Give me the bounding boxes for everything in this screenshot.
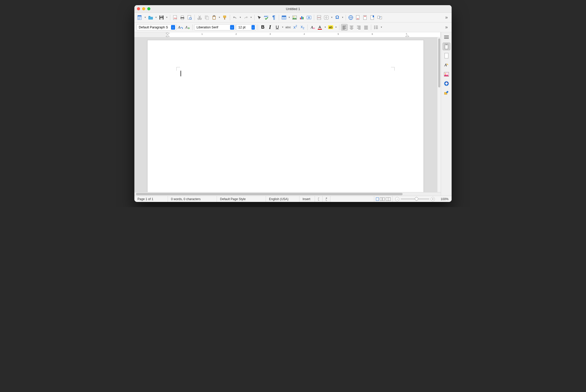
insert-textbox-button[interactable]: A	[306, 14, 312, 21]
insert-field-button[interactable]	[323, 14, 330, 21]
redo-dropdown-icon[interactable]: ▼	[250, 16, 253, 19]
insert-symbol-button[interactable]: Ω	[334, 14, 340, 21]
redo-button[interactable]	[242, 14, 249, 21]
undo-button[interactable]	[232, 14, 238, 21]
print-button[interactable]	[179, 14, 186, 21]
fontcolor-dropdown-icon[interactable]: ▼	[324, 26, 327, 28]
table-dropdown-icon[interactable]: ▼	[288, 16, 291, 19]
dropdown-icon[interactable]: ⌄	[251, 25, 255, 30]
paste-button[interactable]	[211, 14, 217, 21]
zoom-track[interactable]	[401, 199, 429, 199]
insert-bookmark-button[interactable]	[369, 14, 376, 21]
strikethrough-button[interactable]: abc	[285, 24, 291, 31]
dropdown-icon[interactable]: ⌄	[171, 25, 175, 30]
dropdown-icon[interactable]: ⌄	[230, 25, 234, 30]
copy-button[interactable]	[204, 14, 210, 21]
export-pdf-button[interactable]: PDF	[172, 14, 178, 21]
new-document-button[interactable]	[136, 14, 143, 21]
field-dropdown-icon[interactable]: ▼	[330, 16, 333, 19]
minimize-window-button[interactable]	[142, 7, 145, 10]
font-size-input[interactable]	[238, 26, 250, 29]
insert-table-button[interactable]	[281, 14, 287, 21]
formatting-overflow-button[interactable]: »	[443, 24, 450, 31]
insert-footnote-button[interactable]	[355, 14, 361, 21]
single-page-view-icon[interactable]	[376, 197, 379, 201]
toolbar-overflow-button[interactable]: »	[443, 14, 450, 21]
horizontal-scrollbar[interactable]	[134, 192, 441, 196]
status-signature[interactable]	[323, 196, 330, 202]
status-insert-mode[interactable]: Insert	[299, 196, 315, 202]
scrollbar-thumb[interactable]	[136, 193, 403, 195]
spellcheck-button[interactable]: ABC	[263, 14, 270, 21]
sidebar-menu-button[interactable]	[443, 33, 450, 41]
zoom-knob[interactable]	[414, 197, 419, 201]
font-size-combo[interactable]: ⌄	[236, 24, 256, 30]
indent-marker-right-icon[interactable]	[405, 35, 409, 37]
superscript-button[interactable]: x2	[292, 24, 299, 31]
sidebar-style-inspector-button[interactable]	[443, 89, 450, 97]
clone-formatting-button[interactable]	[222, 14, 228, 21]
insert-endnote-button[interactable]	[362, 14, 369, 21]
formatting-marks-button[interactable]: ¶	[271, 14, 277, 21]
insert-cross-reference-button[interactable]	[376, 14, 383, 21]
status-page[interactable]: Page 1 of 1	[134, 196, 168, 202]
insert-chart-button[interactable]	[298, 14, 305, 21]
bullet-dropdown-icon[interactable]: ▼	[380, 26, 383, 28]
sidebar-properties-button[interactable]	[443, 43, 450, 50]
clear-formatting-button[interactable]: A	[309, 24, 316, 31]
symbol-dropdown-icon[interactable]: ▼	[341, 16, 344, 19]
new-style-button[interactable]: A+	[184, 24, 191, 31]
open-dropdown-icon[interactable]: ▼	[154, 16, 158, 19]
undo-dropdown-icon[interactable]: ▼	[239, 16, 242, 19]
find-replace-button[interactable]	[256, 14, 263, 21]
underline-dropdown-icon[interactable]: ▼	[281, 26, 284, 28]
paragraph-style-combo[interactable]: ⌄	[136, 24, 176, 30]
paste-dropdown-icon[interactable]: ▼	[218, 16, 221, 19]
paragraph-style-input[interactable]	[139, 26, 170, 29]
scrollbar-thumb[interactable]	[438, 38, 440, 87]
document-viewport[interactable]	[134, 37, 441, 192]
insert-image-button[interactable]	[291, 14, 298, 21]
cut-button[interactable]	[196, 14, 203, 21]
close-window-button[interactable]	[137, 7, 140, 10]
zoom-percent[interactable]: 100%	[437, 196, 452, 202]
print-preview-button[interactable]	[186, 14, 193, 21]
horizontal-ruler[interactable]: 1 2 3 4 5 6 7	[134, 32, 441, 37]
zoom-out-button[interactable]: −	[395, 197, 399, 201]
font-name-combo[interactable]: ⌄	[194, 24, 235, 30]
new-dropdown-icon[interactable]: ▼	[144, 16, 147, 19]
sidebar-gallery-button[interactable]	[443, 70, 450, 78]
status-language[interactable]: English (USA)	[266, 196, 299, 202]
sidebar-styles-button[interactable]: A	[443, 61, 450, 69]
italic-button[interactable]: I	[267, 24, 273, 31]
update-style-button[interactable]: A	[177, 24, 184, 31]
highlight-dropdown-icon[interactable]: ▼	[335, 26, 338, 28]
save-dropdown-icon[interactable]: ▼	[165, 16, 168, 19]
bold-button[interactable]: B	[259, 24, 266, 31]
maximize-window-button[interactable]	[147, 7, 150, 10]
open-document-button[interactable]	[147, 14, 154, 21]
align-center-button[interactable]	[348, 24, 355, 31]
indent-marker-left-icon[interactable]	[166, 33, 170, 37]
document-page[interactable]	[147, 40, 424, 192]
align-right-button[interactable]	[355, 24, 362, 31]
zoom-in-button[interactable]: +	[431, 197, 435, 201]
multi-page-view-icon[interactable]	[380, 197, 385, 201]
insert-page-break-button[interactable]	[316, 14, 322, 21]
font-name-input[interactable]	[197, 26, 229, 29]
sidebar-navigator-button[interactable]	[443, 80, 450, 87]
subscript-button[interactable]: x2	[299, 24, 306, 31]
status-word-count[interactable]: 0 words, 0 characters	[168, 196, 217, 202]
sidebar-page-button[interactable]	[443, 52, 450, 60]
book-view-icon[interactable]	[386, 197, 391, 201]
bullet-list-button[interactable]	[373, 24, 379, 31]
align-left-button[interactable]	[341, 24, 348, 31]
underline-button[interactable]: U	[274, 24, 281, 31]
status-page-style[interactable]: Default Page Style	[217, 196, 266, 202]
font-color-button[interactable]: A	[316, 24, 323, 31]
status-selection-mode[interactable]	[315, 196, 323, 202]
highlight-color-button[interactable]: ab	[327, 24, 334, 31]
save-button[interactable]	[158, 14, 165, 21]
insert-hyperlink-button[interactable]	[347, 14, 354, 21]
align-justify-button[interactable]	[363, 24, 369, 31]
